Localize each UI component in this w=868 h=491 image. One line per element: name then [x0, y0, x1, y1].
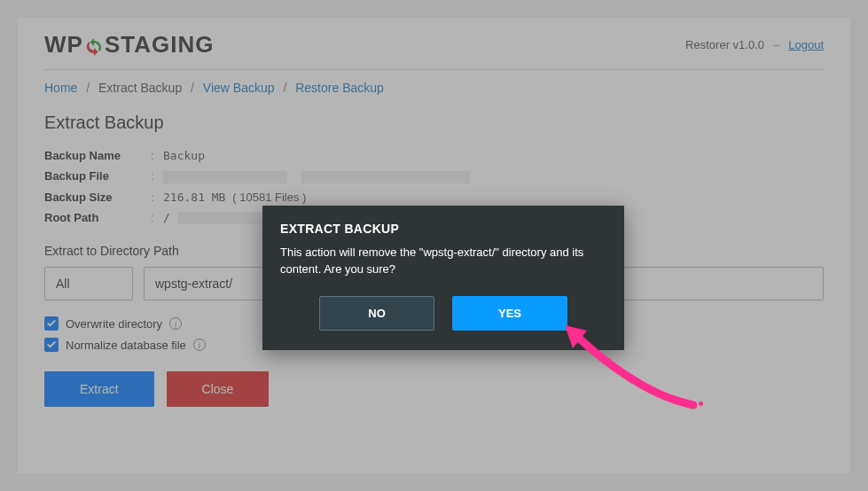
annotation-dot: [699, 401, 703, 406]
modal-message: This action will remove the "wpstg-extra…: [280, 245, 606, 278]
modal-no-button[interactable]: NO: [319, 296, 434, 331]
confirm-modal: EXTRACT BACKUP This action will remove t…: [262, 206, 624, 350]
modal-yes-button[interactable]: YES: [452, 296, 567, 331]
modal-title: EXTRACT BACKUP: [280, 222, 606, 236]
